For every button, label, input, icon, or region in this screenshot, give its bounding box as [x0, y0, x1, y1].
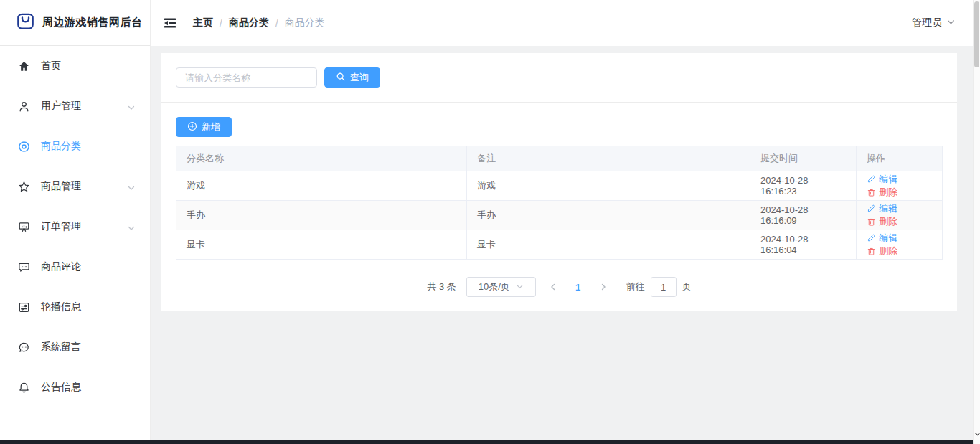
edit-label: 编辑	[879, 173, 897, 186]
cell-time: 2024-10-28 16:16:09	[750, 201, 857, 230]
delete-button[interactable]: 删除	[867, 215, 897, 228]
app-title: 周边游戏销售网后台	[42, 16, 143, 29]
cell-remark: 显卡	[467, 230, 750, 260]
chevron-down-icon	[127, 222, 136, 231]
plus-circle-icon	[187, 121, 197, 133]
user-dropdown[interactable]: 管理员	[912, 16, 956, 29]
sidebar-item-carousel-info[interactable]: 轮播信息	[0, 287, 150, 327]
add-button[interactable]: 新增	[176, 117, 232, 137]
table-header-row: 分类名称 备注 提交时间 操作	[176, 146, 943, 171]
search-input[interactable]	[176, 67, 317, 88]
delete-button[interactable]: 删除	[867, 245, 897, 258]
chevron-down-icon	[516, 282, 524, 293]
pagination: 共 3 条 10条/页 1	[176, 277, 943, 297]
sidebar: 周边游戏销售网后台 首页 用户管理	[0, 0, 151, 440]
cell-category-name: 显卡	[176, 230, 467, 260]
main-area: 主页 / 商品分类 / 商品分类 管理员	[151, 0, 974, 440]
sidebar-item-label: 公告信息	[41, 381, 81, 394]
app-window: 周边游戏销售网后台 首页 用户管理	[0, 0, 980, 444]
shopping-bag-icon	[16, 11, 35, 34]
sidebar-nav: 首页 用户管理 商品分类 商品	[0, 46, 150, 407]
scrollbar-thumb[interactable]	[974, 1, 979, 67]
sidebar-item-product-category[interactable]: 商品分类	[0, 126, 150, 166]
sidebar-item-home[interactable]: 首页	[0, 46, 150, 86]
content: 查询 新增 分类名称	[151, 46, 974, 440]
goto-page-input[interactable]	[651, 277, 677, 297]
query-button[interactable]: 查询	[324, 67, 380, 88]
delete-label: 删除	[879, 186, 897, 199]
delete-button[interactable]: 删除	[867, 186, 897, 199]
edit-label: 编辑	[879, 202, 897, 215]
page-size-select[interactable]: 10条/页	[466, 277, 536, 297]
cell-time: 2024-10-28 16:16:23	[750, 171, 857, 201]
pagination-total: 共 3 条	[427, 280, 456, 293]
column-header-actions: 操作	[857, 146, 943, 171]
home-icon	[18, 60, 31, 72]
category-table: 分类名称 备注 提交时间 操作 游戏 游戏 2024-10-28 16:16:2…	[176, 146, 943, 260]
goto-unit-label: 页	[682, 280, 692, 293]
next-page-button[interactable]	[595, 278, 612, 296]
topbar: 主页 / 商品分类 / 商品分类 管理员	[151, 0, 974, 46]
goto-page-group: 前往 页	[626, 277, 692, 297]
sidebar-item-product-management[interactable]: 商品管理	[0, 166, 150, 207]
order-board-icon	[18, 220, 31, 233]
sidebar-item-announcements[interactable]: 公告信息	[0, 367, 150, 407]
delete-label: 删除	[879, 215, 897, 228]
message-bubble-icon	[18, 341, 31, 354]
user-icon	[18, 100, 31, 113]
table-section: 新增 分类名称 备注 提交时间 操作	[161, 103, 957, 311]
scrollbar-down-arrow[interactable]	[974, 430, 980, 438]
comment-square-icon	[18, 260, 31, 273]
sidebar-item-label: 商品分类	[41, 140, 81, 153]
cell-remark: 游戏	[467, 171, 750, 201]
page-number-1[interactable]: 1	[570, 282, 586, 293]
table-row: 游戏 游戏 2024-10-28 16:16:23 编辑删除	[176, 171, 943, 201]
breadcrumb-current: 商品分类	[285, 16, 325, 29]
edit-button[interactable]: 编辑	[867, 232, 897, 245]
cell-time: 2024-10-28 16:16:04	[750, 230, 857, 260]
edit-button[interactable]: 编辑	[867, 202, 897, 215]
app-logo: 周边游戏销售网后台	[0, 0, 150, 46]
sidebar-item-label: 轮播信息	[41, 301, 81, 313]
cell-remark: 手办	[467, 201, 750, 230]
sidebar-item-system-messages[interactable]: 系统留言	[0, 327, 150, 367]
chevron-down-icon	[946, 16, 956, 29]
breadcrumb-home[interactable]: 主页	[193, 16, 213, 29]
menu-fold-icon[interactable]	[163, 16, 177, 30]
cell-actions: 编辑删除	[857, 230, 943, 260]
edit-label: 编辑	[879, 232, 897, 245]
breadcrumb-separator: /	[275, 17, 278, 29]
category-rings-icon	[18, 140, 31, 153]
cell-category-name: 游戏	[176, 171, 467, 201]
sidebar-item-label: 订单管理	[41, 220, 81, 233]
bell-icon	[18, 381, 31, 394]
table-row: 显卡 显卡 2024-10-28 16:16:04 编辑删除	[176, 230, 943, 260]
sidebar-item-user-management[interactable]: 用户管理	[0, 86, 150, 126]
sidebar-item-product-comments[interactable]: 商品评论	[0, 247, 150, 287]
sidebar-item-label: 系统留言	[41, 341, 81, 354]
bottom-window-edge	[0, 440, 973, 444]
page-size-value: 10条/页	[479, 280, 510, 293]
chevron-down-icon	[127, 102, 136, 110]
chevron-down-icon	[127, 182, 136, 191]
table-row: 手办 手办 2024-10-28 16:16:09 编辑删除	[176, 201, 943, 230]
goto-label: 前往	[626, 280, 645, 293]
star-icon	[18, 180, 31, 193]
edit-button[interactable]: 编辑	[867, 173, 897, 186]
cell-category-name: 手办	[176, 201, 467, 230]
user-name: 管理员	[912, 16, 942, 29]
category-card: 查询 新增 分类名称	[161, 53, 957, 311]
prev-page-button[interactable]	[545, 278, 562, 296]
breadcrumb: 主页 / 商品分类 / 商品分类	[193, 16, 325, 29]
sidebar-item-label: 首页	[41, 60, 61, 72]
query-button-label: 查询	[350, 71, 369, 84]
breadcrumb-separator: /	[220, 17, 222, 29]
breadcrumb-category[interactable]: 商品分类	[229, 16, 269, 29]
vertical-scrollbar[interactable]	[973, 0, 980, 444]
sidebar-item-label: 商品评论	[41, 260, 81, 273]
column-header-time: 提交时间	[750, 146, 857, 171]
sidebar-item-order-management[interactable]: 订单管理	[0, 207, 150, 247]
add-button-label: 新增	[202, 121, 220, 133]
delete-label: 删除	[879, 245, 897, 258]
column-header-name: 分类名称	[176, 146, 467, 171]
